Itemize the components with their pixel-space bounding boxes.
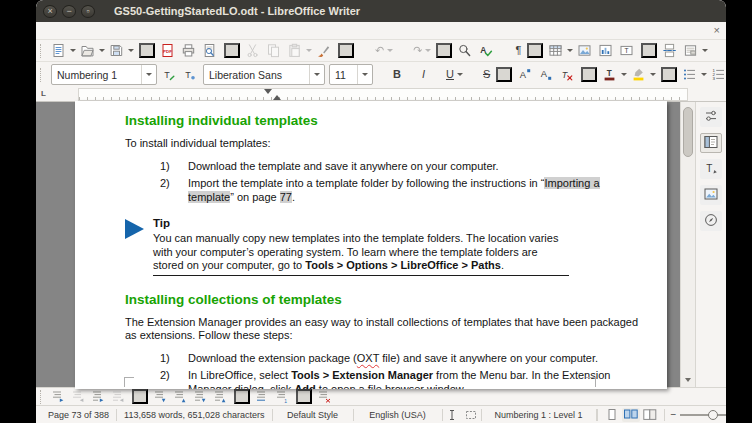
- word-count-status[interactable]: 113,658 words, 651,028 characters: [117, 409, 272, 421]
- chevron-down-icon[interactable]: [357, 65, 372, 84]
- redo-button[interactable]: ↷: [395, 41, 433, 60]
- sidebar-settings-button[interactable]: [700, 107, 722, 127]
- update-style-button[interactable]: T: [159, 65, 180, 84]
- numbered-list-button[interactable]: 123: [709, 65, 726, 84]
- first-line-indent-marker[interactable]: [264, 89, 272, 94]
- close-window-button[interactable]: ×: [43, 5, 57, 18]
- export-pdf-button[interactable]: PDF: [158, 41, 179, 60]
- copy-button[interactable]: [264, 41, 285, 60]
- insert-mode-icon[interactable]: [443, 409, 461, 421]
- paragraph-style-combo[interactable]: Numbering 1: [51, 64, 157, 85]
- move-down-button[interactable]: [151, 389, 171, 404]
- language-status[interactable]: English (USA): [354, 409, 443, 421]
- sidebar-navigator-button[interactable]: [700, 211, 722, 231]
- multi-page-view-button[interactable]: [622, 408, 640, 422]
- formatting-marks-button[interactable]: ¶: [497, 41, 524, 60]
- maximize-window-button[interactable]: ▫: [81, 5, 95, 18]
- menu-tools[interactable]: [124, 30, 136, 32]
- subscript-button[interactable]: A: [536, 65, 557, 84]
- menu-view[interactable]: [64, 30, 76, 32]
- insert-page-break-button[interactable]: [660, 41, 681, 60]
- italic-button[interactable]: I: [404, 65, 428, 84]
- move-up-subpoints-button[interactable]: [211, 389, 231, 404]
- zoom-out-button[interactable]: −: [671, 410, 677, 420]
- sidebar-styles-button[interactable]: T: [700, 159, 722, 179]
- clear-formatting-button[interactable]: T: [557, 65, 578, 84]
- new-document-button[interactable]: [49, 41, 78, 60]
- page[interactable]: Installing individual templates To insta…: [75, 101, 667, 389]
- find-replace-button[interactable]: [455, 41, 476, 60]
- print-preview-button[interactable]: [200, 41, 221, 60]
- insert-table-button[interactable]: [546, 41, 575, 60]
- menu-format[interactable]: [88, 30, 100, 32]
- demote-outline-button[interactable]: [49, 389, 69, 404]
- insert-chart-button[interactable]: [596, 41, 617, 60]
- underline-button[interactable]: U: [428, 65, 465, 84]
- horizontal-ruler[interactable]: [78, 88, 688, 101]
- titlebar[interactable]: ×−▫ GS50-GettingStartedLO.odt - LibreOff…: [36, 0, 726, 22]
- menu-table[interactable]: [112, 30, 124, 32]
- bullet-list-button[interactable]: [680, 65, 709, 84]
- sidebar-gallery-button[interactable]: [700, 185, 722, 205]
- single-page-view-button[interactable]: [603, 408, 621, 422]
- bold-button[interactable]: B: [375, 65, 404, 84]
- menu-insert[interactable]: [76, 30, 88, 32]
- vertical-scrollbar[interactable]: [680, 102, 695, 387]
- menu-help[interactable]: [148, 30, 160, 32]
- highlight-color-button[interactable]: [629, 65, 658, 84]
- superscript-button[interactable]: A: [515, 65, 536, 84]
- toolbar-grip[interactable]: [40, 390, 46, 404]
- font-size-combo[interactable]: 11: [329, 64, 373, 85]
- new-style-button[interactable]: T: [180, 65, 201, 84]
- strikethrough-button[interactable]: S: [465, 65, 493, 84]
- left-indent-marker[interactable]: [273, 95, 281, 100]
- font-name-combo[interactable]: Liberation Sans: [203, 64, 325, 85]
- zoom-slider-knob[interactable]: [708, 410, 718, 420]
- outline-level-status[interactable]: Numbering 1 : Level 1: [481, 409, 597, 421]
- menu-file[interactable]: [40, 30, 52, 32]
- libreoffice-writer-window: ×−▫ GS50-GettingStartedLO.odt - LibreOff…: [36, 0, 726, 423]
- menu-edit[interactable]: [52, 30, 64, 32]
- print-button[interactable]: [179, 41, 200, 60]
- undo-button[interactable]: ↶: [357, 41, 395, 60]
- restart-numbering-button[interactable]: 1: [273, 389, 293, 404]
- page-number-status[interactable]: Page 73 of 388: [41, 409, 117, 421]
- spelling-button[interactable]: A: [476, 41, 497, 60]
- save-button[interactable]: [107, 41, 136, 60]
- menu-window[interactable]: [136, 30, 148, 32]
- paragraph: The Extension Manager provides an easy w…: [125, 316, 641, 343]
- insert-special-character-button[interactable]: Ω: [710, 41, 726, 60]
- selection-mode-icon[interactable]: [461, 409, 481, 421]
- toolbar-grip[interactable]: [40, 44, 46, 58]
- move-down-subpoints-button[interactable]: [191, 389, 211, 404]
- insert-unnumbered-entry-button[interactable]: [253, 389, 273, 404]
- promote-subpoints-button[interactable]: [109, 389, 129, 404]
- left-tab-stop-icon[interactable]: L: [41, 89, 46, 99]
- open-button[interactable]: [78, 41, 107, 60]
- font-color-button[interactable]: T: [600, 65, 629, 84]
- chevron-down-icon[interactable]: [141, 65, 156, 84]
- no-list-button[interactable]: [315, 389, 335, 404]
- scroll-down-button[interactable]: [681, 374, 695, 386]
- insert-image-button[interactable]: [575, 41, 596, 60]
- page-style-status[interactable]: Default Style: [273, 409, 354, 421]
- insert-field-button[interactable]: [681, 41, 710, 60]
- demote-subpoints-button[interactable]: [89, 389, 109, 404]
- sidebar-properties-button[interactable]: [700, 133, 722, 153]
- close-document-button[interactable]: ×: [714, 22, 720, 39]
- zoom-slider-track[interactable]: [680, 414, 726, 416]
- promote-outline-button[interactable]: [69, 389, 89, 404]
- page-reference-field[interactable]: 77: [280, 191, 292, 203]
- insert-textbox-button[interactable]: T: [617, 41, 638, 60]
- menu-styles[interactable]: [100, 30, 112, 32]
- cut-button[interactable]: [243, 41, 264, 60]
- list-number: 1): [160, 352, 188, 366]
- book-view-button[interactable]: [641, 408, 659, 422]
- chevron-down-icon[interactable]: [309, 65, 324, 84]
- move-up-button[interactable]: [171, 389, 191, 404]
- toolbar-grip[interactable]: [40, 68, 46, 82]
- minimize-window-button[interactable]: −: [62, 5, 76, 18]
- clone-formatting-button[interactable]: [314, 41, 335, 60]
- paste-button[interactable]: [285, 41, 314, 60]
- scrollbar-thumb[interactable]: [683, 107, 693, 157]
